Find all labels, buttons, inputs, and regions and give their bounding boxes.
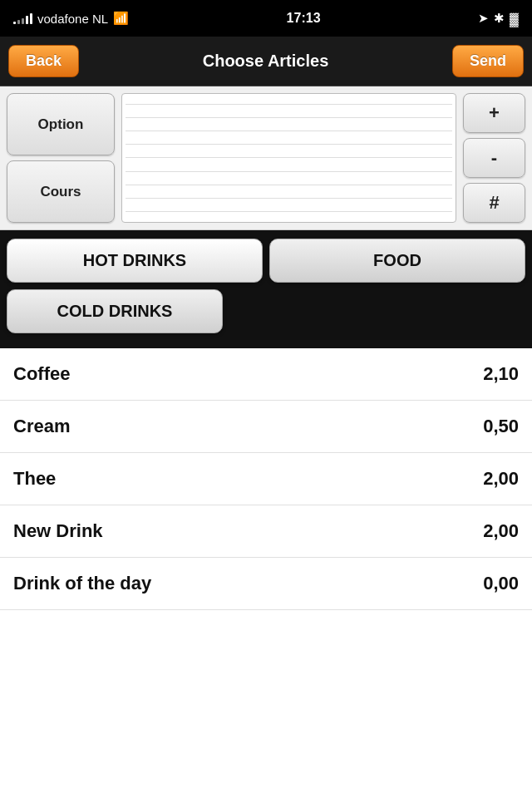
text-line-2: [126, 117, 452, 118]
battery-icon: ▓: [510, 12, 519, 26]
text-line-9: [126, 211, 452, 212]
article-item[interactable]: Thee 2,00: [0, 453, 532, 505]
bluetooth-icon: ✱: [494, 11, 505, 26]
text-line-6: [126, 171, 452, 172]
text-line-3: [126, 131, 452, 131]
wifi-icon: 📶: [113, 11, 129, 26]
cours-button[interactable]: Cours: [7, 160, 115, 223]
article-item[interactable]: Coffee 2,10: [0, 348, 532, 401]
location-icon: ➤: [478, 11, 489, 26]
hash-button[interactable]: #: [463, 183, 525, 223]
category-cold-drinks[interactable]: COLD DRINKS: [7, 289, 223, 333]
article-name: Coffee: [13, 363, 70, 385]
article-item[interactable]: Cream 0,50: [0, 401, 532, 453]
category-hot-drinks[interactable]: HOT DRINKS: [7, 239, 263, 283]
article-price: 0,00: [483, 573, 519, 594]
category-area: HOT DRINKS FOOD COLD DRINKS: [0, 230, 532, 348]
status-bar: vodafone NL 📶 17:13 ➤ ✱ ▓: [0, 0, 532, 37]
left-buttons: Option Cours: [7, 93, 115, 223]
text-line-4: [126, 144, 452, 145]
option-button[interactable]: Option: [7, 93, 115, 155]
status-left: vodafone NL 📶: [13, 11, 129, 26]
back-button[interactable]: Back: [8, 45, 79, 77]
controls-area: Option Cours + - #: [0, 86, 532, 230]
plus-button[interactable]: +: [463, 93, 525, 133]
article-price: 0,50: [483, 416, 519, 437]
text-line-8: [126, 198, 452, 199]
status-time: 17:13: [287, 11, 321, 26]
text-line-5: [126, 157, 452, 158]
main-content: Option Cours + - # HOT DRINKS: [0, 86, 532, 798]
text-line-7: [126, 185, 452, 185]
article-name: Thee: [13, 468, 56, 490]
article-list: Coffee 2,10 Cream 0,50 Thee 2,00 New Dri…: [0, 348, 532, 610]
article-item[interactable]: Drink of the day 0,00: [0, 558, 532, 610]
carrier-label: vodafone NL: [37, 12, 108, 26]
text-line-1: [126, 104, 452, 105]
category-food[interactable]: FOOD: [269, 239, 525, 283]
category-row-1: HOT DRINKS FOOD: [7, 239, 525, 283]
category-row-2: COLD DRINKS: [7, 289, 525, 333]
article-name: New Drink: [13, 520, 103, 542]
nav-title: Choose Articles: [203, 52, 329, 71]
right-buttons: + - #: [463, 93, 525, 223]
article-price: 2,00: [483, 520, 519, 542]
article-price: 2,00: [483, 468, 519, 490]
article-item[interactable]: New Drink 2,00: [0, 505, 532, 558]
text-lines: [121, 93, 456, 223]
article-name: Drink of the day: [13, 573, 151, 594]
article-name: Cream: [13, 416, 70, 437]
text-area-container: [121, 93, 456, 223]
minus-button[interactable]: -: [463, 138, 525, 178]
status-right: ➤ ✱ ▓: [478, 11, 519, 26]
article-price: 2,10: [483, 363, 519, 385]
send-button[interactable]: Send: [452, 45, 524, 77]
signal-icon: [13, 12, 32, 24]
nav-bar: Back Choose Articles Send: [0, 37, 532, 86]
